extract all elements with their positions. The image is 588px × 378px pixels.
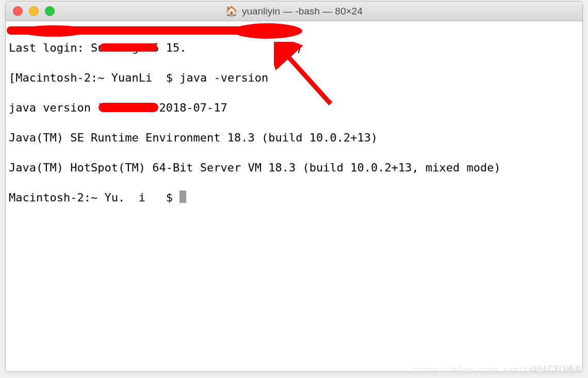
redaction-scribble-3 — [99, 103, 158, 112]
titlebar[interactable]: 🏠 yuanliyin — -bash — 80×24 — [6, 2, 582, 21]
terminal-line-3: java version "10.0.2" 2018-07-17 — [9, 100, 579, 115]
minimize-button[interactable] — [29, 6, 39, 16]
terminal-window: 🏠 yuanliyin — -bash — 80×24 Last login: … — [5, 1, 583, 372]
terminal-line-6: Macintosh-2:~ Yu. i $ — [9, 190, 579, 205]
redaction-scribble-2 — [100, 43, 157, 52]
terminal-content[interactable]: Last login: Sun Aug 5 15. ) [Macintosh-2… — [6, 21, 582, 371]
maximize-button[interactable] — [45, 6, 55, 16]
terminal-line-2: [Macintosh-2:~ YuanLi $ java -version — [9, 70, 579, 85]
title-text: yuanliyin — -bash — 80×24 — [242, 6, 363, 17]
traffic-lights — [6, 6, 55, 16]
command-text: java -version — [179, 71, 268, 84]
redaction-scribble-1b — [233, 23, 302, 39]
window-title: 🏠 yuanliyin — -bash — 80×24 — [225, 5, 363, 17]
redaction-scribble-1c — [20, 25, 87, 37]
close-button[interactable] — [13, 6, 23, 16]
terminal-line-1: Last login: Sun Aug 5 15. ) — [9, 40, 579, 55]
terminal-line-4: Java(TM) SE Runtime Environment 18.3 (bu… — [9, 130, 579, 145]
cursor — [179, 191, 186, 203]
terminal-line-5: Java(TM) HotSpot(TM) 64-Bit Server VM 18… — [9, 160, 579, 175]
watermark-text: @51CTO博客 — [529, 364, 583, 375]
home-icon: 🏠 — [225, 5, 238, 17]
